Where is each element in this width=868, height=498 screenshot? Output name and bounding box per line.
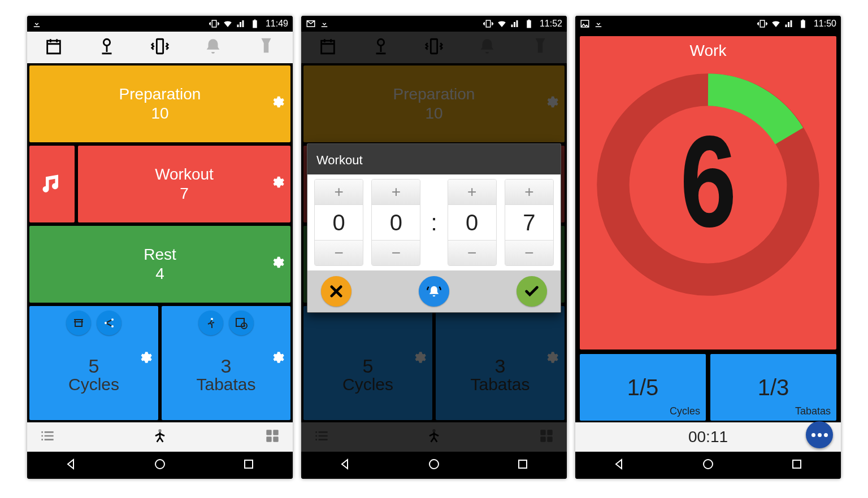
image-icon <box>580 19 590 29</box>
download-icon <box>593 19 604 29</box>
rest-settings-button[interactable] <box>270 255 285 274</box>
battery-icon <box>524 19 534 29</box>
status-bar: 11:52 <box>301 16 567 32</box>
tab-calendar[interactable] <box>44 37 63 58</box>
gmail-icon <box>306 19 316 29</box>
tab-scale[interactable] <box>97 37 116 58</box>
status-time: 11:49 <box>266 19 288 29</box>
cycles-clapper-button[interactable] <box>66 311 91 335</box>
tab-flashlight[interactable] <box>257 37 276 58</box>
signal-icon <box>236 19 246 29</box>
block-rest[interactable]: Rest 4 <box>29 226 290 303</box>
timer-card[interactable]: Work 6 <box>580 36 836 350</box>
spinner-value: 0 <box>448 205 496 240</box>
tabatas-label: Tabatas <box>196 375 255 394</box>
nav-back-button[interactable] <box>64 457 78 473</box>
svg-rect-14 <box>245 460 253 468</box>
battery-icon <box>250 19 260 29</box>
progress-ring: 6 <box>592 69 824 300</box>
wifi-icon <box>223 19 233 29</box>
spinner-minus-button[interactable]: − <box>372 240 420 265</box>
spinner-minus-button[interactable]: − <box>448 240 496 265</box>
workout-label: Workout <box>155 165 214 184</box>
block-workout[interactable]: Workout 7 <box>78 146 290 222</box>
tabatas-settings-button[interactable] <box>270 350 285 369</box>
cycles-label: Cycles <box>68 375 119 394</box>
workout-settings-button[interactable] <box>270 175 285 194</box>
cycles-counter-block[interactable]: 1/5 Cycles <box>580 354 706 421</box>
preparation-label: Preparation <box>119 85 201 103</box>
nav-back-button[interactable] <box>338 457 352 473</box>
nav-recent-button[interactable] <box>516 457 530 473</box>
download-icon <box>319 19 329 29</box>
list-button[interactable] <box>38 427 57 447</box>
spinner-minus-button[interactable]: − <box>505 240 553 265</box>
status-time: 11:52 <box>540 19 562 29</box>
dialog-sound-button[interactable] <box>419 276 449 307</box>
cycles-share-button[interactable] <box>97 311 121 335</box>
vibrate-icon <box>757 19 767 29</box>
spinner-plus-button[interactable]: + <box>448 180 496 205</box>
battery-icon <box>798 19 808 29</box>
tabatas-counter-block[interactable]: 1/3 Tabatas <box>710 354 836 421</box>
workout-time-dialog: Workout + 0 − + 0 − : + 0 <box>307 143 561 313</box>
tabatas-counter-value: 1/3 <box>758 375 789 400</box>
status-bar: 11:50 <box>575 16 841 32</box>
svg-point-15 <box>429 460 439 469</box>
time-separator: : <box>428 210 439 235</box>
nav-home-button[interactable] <box>153 457 167 473</box>
more-fab-button[interactable] <box>806 421 833 448</box>
cycles-counter-value: 1/5 <box>627 375 659 400</box>
tab-bell[interactable] <box>203 37 223 58</box>
nav-back-button[interactable] <box>613 457 626 473</box>
phone-screen-2: 11:52 Preparation 10 <box>301 16 567 479</box>
phone-screen-3: 11:50 Work 6 1/5 Cycles <box>575 16 841 479</box>
tabatas-schedule-button[interactable] <box>229 311 254 335</box>
dialog-title: Workout <box>307 144 561 174</box>
nav-recent-button[interactable] <box>242 457 255 473</box>
spinner-seconds-tens: + 0 − <box>448 179 497 266</box>
countdown-digit: 6 <box>621 75 795 306</box>
elapsed-time: 00:11 <box>688 428 728 446</box>
preparation-settings-button[interactable] <box>270 95 285 113</box>
signal-icon <box>784 19 795 29</box>
tab-vibrate[interactable] <box>150 37 170 58</box>
wifi-icon <box>771 19 781 29</box>
spinner-plus-button[interactable]: + <box>372 180 420 205</box>
music-button[interactable] <box>29 146 75 222</box>
wifi-icon <box>497 19 507 29</box>
svg-point-13 <box>155 460 164 469</box>
workout-value: 7 <box>180 185 189 203</box>
spinner-seconds-ones: + 7 − <box>505 179 554 266</box>
elapsed-bar: 00:11 <box>575 422 841 452</box>
preparation-value: 10 <box>151 104 168 123</box>
block-preparation[interactable]: Preparation 10 <box>29 65 290 142</box>
spinner-value: 0 <box>372 205 420 240</box>
status-bar: 11:49 <box>27 16 293 32</box>
block-cycles[interactable]: 5 Cycles <box>29 306 158 420</box>
block-tabatas[interactable]: 3 Tabatas <box>162 306 290 420</box>
spinner-minus-button[interactable]: − <box>315 240 363 265</box>
svg-point-18 <box>704 460 713 469</box>
download-icon <box>32 19 42 29</box>
android-nav-bar <box>301 452 567 479</box>
spinner-plus-button[interactable]: + <box>315 180 363 205</box>
tabatas-counter-label: Tabatas <box>795 405 831 417</box>
tabatas-run-button[interactable] <box>198 311 223 335</box>
tabatas-value: 3 <box>221 355 232 377</box>
spinner-plus-button[interactable]: + <box>505 180 553 205</box>
workout-mode-button[interactable] <box>151 427 169 447</box>
dialog-confirm-button[interactable] <box>517 276 547 307</box>
cycles-settings-button[interactable] <box>138 350 153 369</box>
dialog-cancel-button[interactable] <box>321 276 351 307</box>
nav-recent-button[interactable] <box>790 457 804 473</box>
nav-home-button[interactable] <box>427 457 441 473</box>
cycles-value: 5 <box>89 355 99 377</box>
svg-rect-19 <box>793 460 801 468</box>
bottom-toolbar <box>27 422 293 452</box>
nav-home-button[interactable] <box>701 457 715 473</box>
grid-button[interactable] <box>263 427 281 447</box>
spinner-minutes-tens: + 0 − <box>314 179 363 266</box>
android-nav-bar <box>575 452 841 479</box>
vibrate-icon <box>209 19 219 29</box>
